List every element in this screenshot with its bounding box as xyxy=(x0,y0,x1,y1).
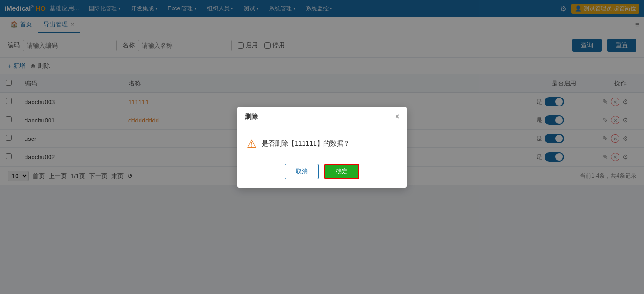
dialog-title: 删除 xyxy=(245,113,258,121)
modal-overlay: 删除 × ⚠ 是否删除【111111】的数据？ 取消 确定 xyxy=(0,0,644,185)
delete-dialog: 删除 × ⚠ 是否删除【111111】的数据？ 取消 确定 xyxy=(237,107,407,186)
confirm-button[interactable]: 确定 xyxy=(324,164,359,179)
cancel-button[interactable]: 取消 xyxy=(285,164,319,179)
dialog-header: 删除 × xyxy=(237,107,407,127)
warning-icon: ⚠ xyxy=(247,139,257,150)
dialog-body: ⚠ 是否删除【111111】的数据？ xyxy=(237,127,407,159)
dialog-footer: 取消 确定 xyxy=(237,159,407,186)
dialog-message: 是否删除【111111】的数据？ xyxy=(262,139,350,148)
dialog-close-icon[interactable]: × xyxy=(395,113,399,121)
